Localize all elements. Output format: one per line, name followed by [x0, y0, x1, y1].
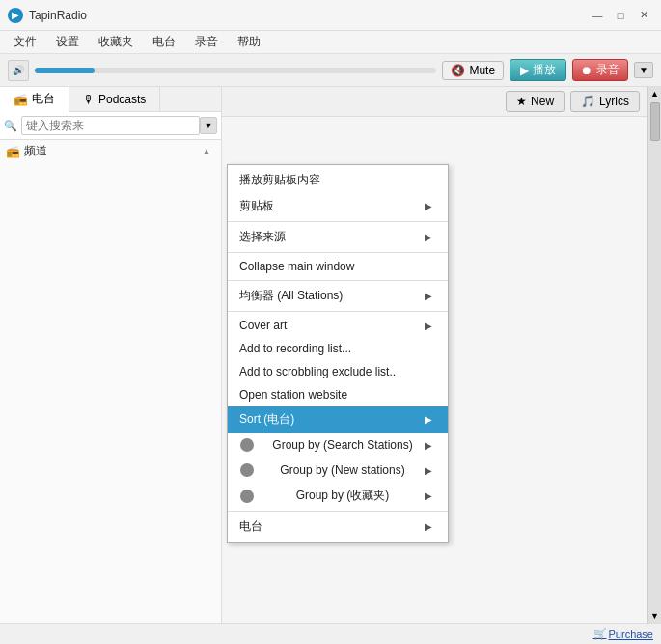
cm-cover-art[interactable]: Cover art ▶ [228, 314, 448, 337]
cm-group-favs-icon [239, 489, 255, 504]
cm-equalizer-arrow: ▶ [425, 291, 432, 301]
cm-add-scrobbling-label: Add to scrobbling exclude list.. [239, 365, 396, 378]
cm-select-source-arrow: ▶ [425, 232, 432, 242]
cm-play-clipboard[interactable]: 播放剪贴板内容 [228, 167, 448, 193]
cm-cover-art-arrow: ▶ [425, 321, 432, 331]
cm-equalizer[interactable]: 均衡器 (All Stations) ▶ [228, 283, 448, 309]
cm-sep2 [228, 252, 448, 253]
cm-clipboard-arrow: ▶ [425, 201, 432, 211]
circle-icon2 [240, 463, 254, 477]
cm-play-clipboard-label: 播放剪贴板内容 [239, 172, 320, 188]
context-menu: 播放剪贴板内容 剪贴板 ▶ 选择来源 ▶ Collapse main windo… [227, 164, 449, 543]
cm-sep1 [228, 221, 448, 222]
circle-icon3 [240, 490, 254, 503]
cm-group-favs-arrow: ▶ [425, 490, 432, 501]
cm-sep3 [228, 280, 448, 281]
cm-sep4 [228, 311, 448, 312]
cm-sort-label: Sort (电台) [239, 411, 294, 428]
cm-group-new-label: Group by (New stations) [280, 463, 404, 477]
cm-collapse[interactable]: Collapse main window [228, 255, 448, 278]
cm-group-new-icon [239, 462, 255, 478]
cm-open-website[interactable]: Open station website [228, 383, 448, 406]
cm-equalizer-label: 均衡器 (All Stations) [239, 288, 343, 304]
circle-icon [240, 438, 254, 452]
cm-collapse-label: Collapse main window [239, 260, 354, 273]
cm-group-favs[interactable]: Group by (收藏夹) ▶ [228, 483, 448, 509]
cm-group-new-arrow: ▶ [425, 465, 432, 476]
cm-clipboard[interactable]: 剪贴板 ▶ [228, 193, 448, 219]
context-menu-overlay: 播放剪贴板内容 剪贴板 ▶ 选择来源 ▶ Collapse main windo… [0, 0, 661, 644]
cm-clipboard-label: 剪贴板 [239, 198, 274, 214]
cm-sort[interactable]: Sort (电台) ▶ [228, 406, 448, 433]
cm-group-search-arrow: ▶ [425, 440, 432, 451]
cm-select-source-label: 选择来源 [239, 229, 286, 245]
cm-group-favs-label: Group by (收藏夹) [296, 488, 390, 504]
cm-group-new[interactable]: Group by (New stations) ▶ [228, 458, 448, 483]
cm-sort-arrow: ▶ [425, 414, 432, 425]
cm-select-source[interactable]: 选择来源 ▶ [228, 224, 448, 250]
cm-open-website-label: Open station website [239, 388, 347, 402]
cm-add-recording-label: Add to recording list... [239, 342, 351, 355]
cm-add-scrobbling[interactable]: Add to scrobbling exclude list.. [228, 360, 448, 383]
cm-group-search[interactable]: Group by (Search Stations) ▶ [228, 433, 448, 458]
cm-add-recording[interactable]: Add to recording list... [228, 337, 448, 360]
cm-cover-art-label: Cover art [239, 319, 287, 332]
cm-station-arrow: ▶ [425, 521, 432, 532]
cm-group-search-icon [239, 437, 255, 453]
cm-station-label: 电台 [239, 518, 262, 535]
cm-group-search-label: Group by (Search Stations) [272, 438, 412, 452]
cm-station[interactable]: 电台 ▶ [228, 514, 448, 540]
cm-sep5 [228, 511, 448, 512]
